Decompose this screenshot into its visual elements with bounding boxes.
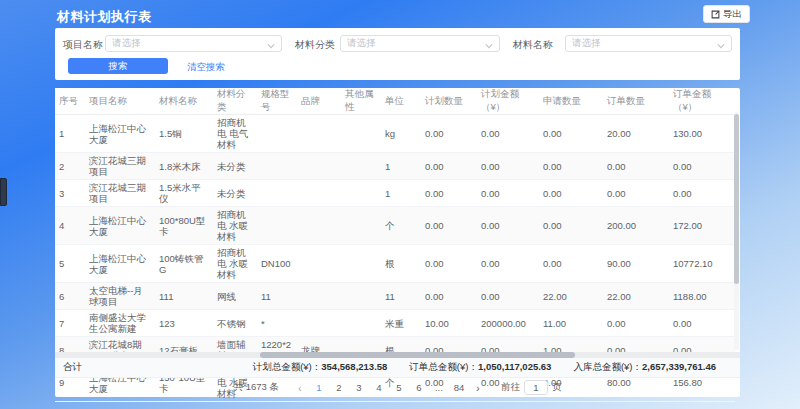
export-icon <box>711 10 720 19</box>
column-header: 品牌 <box>297 88 341 115</box>
cell: 0.00 <box>421 245 477 283</box>
page-number[interactable]: 1 <box>311 382 327 393</box>
cell: 0.00 <box>477 283 539 310</box>
cell: 0.00 <box>669 153 735 180</box>
page-number[interactable]: 3 <box>351 382 367 393</box>
inbound-total: 入库总金额(¥)：2,657,339,761.46 <box>573 361 716 374</box>
table-panel: 序号项目名称材料名称材料分类规格型号品牌其他属性单位计划数量计划金额（¥）申请数… <box>55 88 740 397</box>
order-total: 订单总金额(¥)：1,050,117,025.63 <box>409 361 551 374</box>
cell <box>297 180 341 207</box>
cell: 22.00 <box>603 283 669 310</box>
prev-page-icon[interactable]: ‹ <box>293 381 307 395</box>
cell: 10.00 <box>421 310 477 337</box>
drawer-handle[interactable] <box>0 178 7 206</box>
cell: 100*80U型卡 <box>155 207 213 245</box>
page-number[interactable]: 2 <box>331 382 347 393</box>
cell: 172.00 <box>669 207 735 245</box>
cell: 0.00 <box>603 153 669 180</box>
cell: 111 <box>155 283 213 310</box>
cell: 未分类 <box>213 180 257 207</box>
project-name-select[interactable]: 请选择 <box>105 35 282 52</box>
cell: 11 <box>257 283 297 310</box>
cell: 10772.10 <box>669 245 735 283</box>
cell: 90.00 <box>603 245 669 283</box>
cell: 0.00 <box>669 180 735 207</box>
cell: 滨江花城三期项目 <box>85 180 155 207</box>
plan-total-value: 354,568,213.58 <box>321 361 387 372</box>
more-pages-icon[interactable]: ... <box>431 382 447 393</box>
goto-page-input[interactable] <box>524 380 548 395</box>
header-row: 序号项目名称材料名称材料分类规格型号品牌其他属性单位计划数量计划金额（¥）申请数… <box>55 88 735 115</box>
goto-page: 前往 页 <box>501 380 562 395</box>
cell <box>257 180 297 207</box>
cell: 6 <box>55 283 85 310</box>
cell: 0.00 <box>421 283 477 310</box>
chevron-down-icon <box>267 35 275 53</box>
cell: 1188.00 <box>669 283 735 310</box>
page-number[interactable]: 84 <box>451 382 467 393</box>
clear-search-link[interactable]: 清空搜索 <box>187 61 225 74</box>
cell: 130.00 <box>669 115 735 153</box>
cell: 4 <box>55 207 85 245</box>
column-header: 单位 <box>381 88 421 115</box>
next-page-icon[interactable]: › <box>471 381 485 395</box>
cell <box>297 283 341 310</box>
cell: DN100 <box>257 245 297 283</box>
cell: 0.00 <box>477 207 539 245</box>
page-number[interactable]: 5 <box>391 382 407 393</box>
cell: 上海松江中心大厦 <box>85 115 155 153</box>
cell <box>341 283 381 310</box>
material-name-select[interactable]: 请选择 <box>565 35 732 52</box>
cell: 1.5铜 <box>155 115 213 153</box>
summary-totals: 计划总金额(¥)：354,568,213.58 订单总金额(¥)：1,050,1… <box>253 361 740 374</box>
material-category-select[interactable]: 请选择 <box>340 35 500 52</box>
cell: 123 <box>155 310 213 337</box>
cell: 0.00 <box>421 153 477 180</box>
cell: 网线 <box>213 283 257 310</box>
table-row: 2滨江花城三期项目1.8米木床未分类10.000.000.000.000.00 <box>55 153 735 180</box>
cell <box>257 153 297 180</box>
column-header: 计划金额（¥） <box>477 88 539 115</box>
cell: 0.00 <box>477 180 539 207</box>
column-header: 材料名称 <box>155 88 213 115</box>
cell: 1 <box>381 153 421 180</box>
cell: * <box>257 310 297 337</box>
cell: 2 <box>55 153 85 180</box>
cell: 1.5米水平仪 <box>155 180 213 207</box>
export-button[interactable]: 导出 <box>703 5 750 23</box>
inbound-total-label: 入库总金额(¥)： <box>573 361 642 372</box>
pagination: 共 1673 条 ‹ 123456...84 › 前往 页 <box>55 378 740 397</box>
project-name-placeholder: 请选择 <box>112 37 141 50</box>
column-header: 材料分类 <box>213 88 257 115</box>
cell <box>341 153 381 180</box>
cell: 0.00 <box>603 310 669 337</box>
cell: 1 <box>55 115 85 153</box>
filter-label-project: 项目名称 <box>63 38 103 52</box>
vertical-scrollbar-thumb[interactable] <box>734 114 739 284</box>
cell <box>341 180 381 207</box>
cell <box>257 115 297 153</box>
table-row: 7南侧盛达大学生公寓新建123不锈钢*米重10.00200000.0011.00… <box>55 310 735 337</box>
page-number[interactable]: 6 <box>411 382 427 393</box>
cell <box>297 245 341 283</box>
filter-label-category: 材料分类 <box>295 38 335 52</box>
cell <box>341 245 381 283</box>
cell: 11.00 <box>539 310 603 337</box>
cell <box>297 310 341 337</box>
plan-total-label: 计划总金额(¥)： <box>253 361 322 372</box>
cell <box>297 207 341 245</box>
order-total-label: 订单总金额(¥)： <box>409 361 478 372</box>
cell: 100铸铁管G <box>155 245 213 283</box>
pagination-pages: 123456...84 <box>311 382 467 393</box>
column-header: 项目名称 <box>85 88 155 115</box>
column-header: 订单金额（¥） <box>669 88 735 115</box>
search-button[interactable]: 搜索 <box>68 58 168 74</box>
column-header: 计划数量 <box>421 88 477 115</box>
table-row: 1上海松江中心大厦1.5铜招商机电 电气材料kg0.000.000.0020.0… <box>55 115 735 153</box>
cell <box>257 207 297 245</box>
cell: 0.00 <box>477 115 539 153</box>
summary-row: 合计 计划总金额(¥)：354,568,213.58 订单总金额(¥)：1,05… <box>55 358 740 378</box>
cell: 0.00 <box>539 153 603 180</box>
vertical-scrollbar[interactable] <box>734 112 739 350</box>
page-number[interactable]: 4 <box>371 382 387 393</box>
